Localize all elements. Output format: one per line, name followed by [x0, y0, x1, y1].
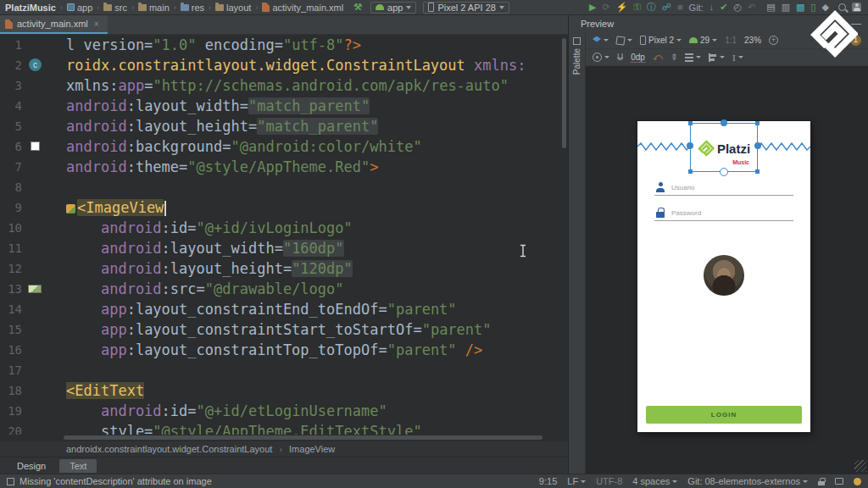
breadcrumb-item-layout[interactable]: layout	[214, 3, 253, 13]
code-line[interactable]: 19 android:id="@+id/etLoginUsername"	[0, 401, 568, 421]
code-line[interactable]: 2croidx.constraintlayout.widget.Constrai…	[0, 55, 568, 75]
breadcrumb-item-src[interactable]: src	[102, 3, 129, 13]
readonly-lock-icon[interactable]	[818, 478, 825, 485]
git-history-icon[interactable]: ◴	[733, 3, 742, 12]
terminal-icon[interactable]: ▥	[782, 3, 790, 12]
constraint-anchor-left[interactable]	[687, 142, 693, 149]
design-surface[interactable]: Platzi Music	[586, 66, 868, 474]
breadcrumb-item-app[interactable]: app	[65, 3, 94, 13]
status-message[interactable]: Missing 'contentDescription' attribute o…	[19, 476, 212, 486]
editor-horizontal-scrollbar[interactable]	[0, 435, 568, 441]
fold-column	[46, 157, 66, 177]
resize-handle-top-left[interactable]	[688, 121, 693, 125]
panel-resize-grip[interactable]	[854, 460, 866, 472]
code-area[interactable]: 1l version="1.0" encoding="utf-8"?>2croi…	[0, 35, 568, 435]
editor-vertical-scrollbar[interactable]	[562, 38, 566, 148]
resize-handle-bottom-right[interactable]	[755, 169, 760, 174]
device-preview-screen[interactable]: Platzi Music	[637, 121, 810, 432]
breadcrumb-item-activity-main-xml[interactable]: activity_main.xml	[260, 3, 345, 13]
code-token: "1.0"	[153, 36, 196, 53]
clear-constraints-icon[interactable]: ⤺	[653, 52, 663, 63]
code-line[interactable]: 17	[0, 360, 568, 380]
username-field[interactable]: Usuario	[671, 184, 695, 191]
orientation-select[interactable]	[616, 36, 632, 45]
code-line[interactable]: 1l version="1.0" encoding="utf-8"?>	[0, 35, 568, 55]
resize-handle-bottom-left[interactable]	[688, 169, 693, 174]
chevron-down-icon	[499, 6, 504, 9]
breadcrumb-imageview[interactable]: ImageView	[289, 444, 335, 454]
tab-activity-main-xml[interactable]: activity_main.xml ×	[0, 15, 108, 34]
logcat-icon[interactable]: ▩	[796, 3, 804, 12]
code-line[interactable]: 9<ImageView	[0, 197, 568, 218]
code-line[interactable]: 5android:layout_height="match_parent"	[0, 116, 568, 136]
constraint-anchor-top[interactable]	[721, 119, 727, 126]
zoom-in-icon[interactable]: +	[769, 36, 778, 45]
api-level-select[interactable]: 29	[689, 36, 717, 45]
guidelines-select[interactable]: I	[732, 53, 743, 63]
device-file-explorer-icon[interactable]: ▤	[766, 3, 775, 12]
attach-debugger-icon[interactable]: ☍	[662, 3, 671, 12]
breadcrumb-item-main[interactable]: main	[136, 3, 171, 13]
debug-icon[interactable]: ⚿	[633, 3, 640, 12]
autoconnect-icon[interactable]: U	[617, 53, 623, 62]
default-margin-select[interactable]: 0dp	[631, 53, 645, 63]
code-line[interactable]: 4android:layout_width="match_parent"	[0, 96, 568, 116]
resize-handle-top-right[interactable]	[755, 121, 760, 125]
align-select[interactable]	[709, 53, 725, 62]
code-line[interactable]: 15 app:layout_constraintStart_toStartOf=…	[0, 319, 568, 340]
class-marker-icon[interactable]: c	[29, 58, 42, 71]
event-log-notification-icon[interactable]	[854, 478, 861, 485]
code-line[interactable]: 18<EditText	[0, 380, 568, 401]
line-number: 15	[0, 319, 25, 340]
password-field[interactable]: Password	[671, 209, 701, 217]
infer-constraints-icon[interactable]: ✎	[668, 52, 680, 64]
zoom-actual-icon[interactable]: 1:1	[725, 36, 737, 45]
breadcrumb-item-res[interactable]: res	[179, 3, 206, 13]
scrollbar-thumb[interactable]	[64, 435, 542, 440]
code-line[interactable]: 6android:background="@android:color/whit…	[0, 136, 568, 157]
breadcrumb-constraintlayout[interactable]: androidx.constraintlayout.widget.Constra…	[66, 444, 272, 454]
constraint-anchor-right[interactable]	[754, 142, 761, 149]
status-4-spaces[interactable]: 4 spaces	[632, 476, 677, 486]
code-line[interactable]: 3xmlns:app="http://schemas.android.com/a…	[0, 75, 568, 96]
code-line[interactable]: 8	[0, 177, 568, 197]
code-line[interactable]: 13 android:src="@drawable/logo"	[0, 279, 568, 299]
code-editor[interactable]: 1l version="1.0" encoding="utf-8"?>2croi…	[0, 35, 568, 435]
android-module-icon	[376, 4, 384, 10]
code-line[interactable]: 12 android:layout_height="120dp"	[0, 258, 568, 279]
status-lf[interactable]: LF	[567, 476, 586, 486]
palette-tab-label[interactable]: Palette	[572, 48, 581, 75]
constraint-anchor-bottom[interactable]	[720, 168, 728, 176]
git-update-icon[interactable]: ↓	[709, 3, 715, 12]
code-line[interactable]: 10 android:id="@+id/ivLoginLogo"	[0, 218, 568, 238]
close-icon[interactable]: ×	[94, 19, 99, 29]
color-preview-swatch[interactable]	[31, 141, 40, 151]
surface-mode-select[interactable]	[593, 36, 609, 45]
status-git-08-elementos-externos[interactable]: Git: 08-elementos-externos	[687, 476, 808, 486]
project-name[interactable]: PlatziMusic	[3, 3, 58, 13]
code-line[interactable]: 16 app:layout_constraintTop_toTopOf="par…	[0, 340, 568, 360]
screen-reader-icon[interactable]	[835, 478, 843, 485]
tab-design[interactable]: Design	[7, 459, 56, 473]
pack-select[interactable]	[685, 53, 701, 62]
code-line[interactable]: 11 android:layout_width="160dp"	[0, 238, 568, 258]
login-button[interactable]: LOGIN	[646, 406, 802, 424]
git-commit-icon[interactable]: ✔	[720, 3, 727, 12]
code-line[interactable]: 20 style="@style/AppTheme.EditTextStyle"	[0, 421, 568, 435]
drawable-preview-icon[interactable]	[28, 285, 42, 293]
palette-tab-strip[interactable]: Palette	[569, 32, 586, 474]
run-configuration-select[interactable]: app	[370, 2, 416, 14]
toggle-toolwindows-icon[interactable]	[7, 478, 14, 485]
build-hammer-icon[interactable]: ⚒	[353, 3, 362, 12]
gutter	[25, 75, 46, 96]
gutter	[25, 35, 46, 55]
device-select[interactable]: Pixel 2 API 28	[423, 2, 509, 14]
tab-text[interactable]: Text	[59, 459, 97, 473]
run-button[interactable]: ▶	[589, 3, 596, 12]
code-line[interactable]: 7android:theme="@style/AppTheme.Red">	[0, 157, 568, 177]
preview-device-select[interactable]: Pixel 2	[640, 36, 682, 45]
selection-box[interactable]	[690, 123, 758, 172]
view-options-select[interactable]	[593, 53, 609, 62]
profiler-icon[interactable]: ⓘ	[647, 3, 656, 12]
code-line[interactable]: 14 app:layout_constraintEnd_toEndOf="par…	[0, 299, 568, 319]
